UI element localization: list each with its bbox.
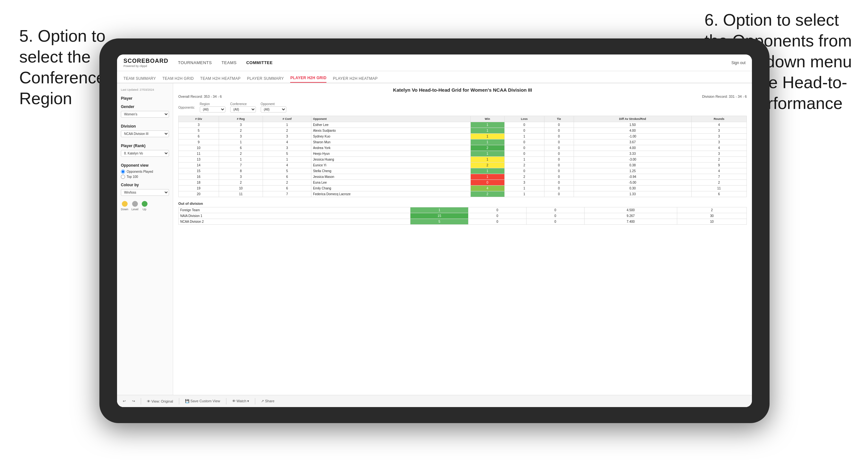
logo-sub: Powered by clippd xyxy=(123,64,168,68)
table-row: 20 11 7 Federica Domecq Lacroze 2 1 0 1.… xyxy=(179,191,747,197)
division-select[interactable]: NCAA Division III xyxy=(121,130,169,137)
cell-reg: 10 xyxy=(219,186,262,191)
sign-out[interactable]: Sign out xyxy=(732,61,745,65)
cell-conf: 6 xyxy=(263,186,311,191)
toolbar-undo[interactable]: ↩ xyxy=(121,398,128,404)
opponent-select[interactable]: (All) xyxy=(261,106,286,113)
cell-reg: 7 xyxy=(219,162,262,168)
th-tie: Tie xyxy=(544,116,574,122)
sub-nav-team-h2h-heatmap[interactable]: TEAM H2H HEATMAP xyxy=(200,74,241,83)
out-cell-loss: 0 xyxy=(468,207,527,213)
cell-rounds: 7 xyxy=(691,174,746,180)
out-cell-diff: 7.400 xyxy=(584,219,677,225)
cell-div: 10 xyxy=(179,145,219,151)
opponent-label: Opponent xyxy=(261,102,286,106)
cell-tie: 0 xyxy=(544,191,574,197)
cell-diff: 1.25 xyxy=(574,168,691,174)
cell-diff: 0.30 xyxy=(574,186,691,191)
main-content: Last Updated: 27/03/2024 Player Gender W… xyxy=(117,83,752,406)
table-row: 18 2 2 Euna Lee 0 3 0 -5.00 2 xyxy=(179,180,747,186)
cell-conf: 4 xyxy=(263,162,311,168)
tablet-screen: SCOREBOARD Powered by clippd TOURNAMENTS… xyxy=(117,55,752,407)
cell-reg: 6 xyxy=(219,145,262,151)
sub-nav-player-h2h-heatmap[interactable]: PLAYER H2H HEATMAP xyxy=(333,74,378,83)
cell-loss: 0 xyxy=(504,145,544,151)
sub-nav-team-h2h-grid[interactable]: TEAM H2H GRID xyxy=(162,74,194,83)
toolbar-view-original[interactable]: 👁 View: Original xyxy=(145,398,175,404)
th-reg: # Reg xyxy=(219,116,262,122)
cell-tie: 0 xyxy=(544,134,574,139)
nav-teams[interactable]: TEAMS xyxy=(222,59,237,67)
last-updated: Last Updated: 27/03/2024 xyxy=(121,88,169,91)
bottom-toolbar: ↩ ↪ 👁 View: Original 💾 Save Custom View … xyxy=(117,395,752,407)
cell-win: 0 xyxy=(470,180,504,186)
table-row: 3 3 1 Esther Lee 1 0 0 1.50 4 xyxy=(179,122,747,128)
table-row: 5 2 2 Alexis Sudjianto 1 0 0 4.00 3 xyxy=(179,128,747,134)
cell-opponent: Emily Chang xyxy=(311,186,470,191)
toolbar-share[interactable]: ↗ Share xyxy=(259,398,276,404)
filter-row: Opponents: Region (All) Conference (All) xyxy=(178,102,747,113)
tablet: SCOREBOARD Powered by clippd TOURNAMENTS… xyxy=(99,38,770,423)
out-cell-loss: 0 xyxy=(468,213,527,219)
cell-rounds: 2 xyxy=(691,180,746,186)
nav-tournaments[interactable]: TOURNAMENTS xyxy=(178,59,212,67)
radio-group: Opponents Played Top 100 xyxy=(121,169,169,179)
table-row: 6 3 3 Sydney Kuo 1 1 0 -1.00 3 xyxy=(179,134,747,139)
cell-loss: 2 xyxy=(504,174,544,180)
radio-opponents-played[interactable]: Opponents Played xyxy=(121,169,169,174)
cell-reg: 1 xyxy=(219,139,262,145)
colour-by-select[interactable]: Win/loss xyxy=(121,189,169,196)
out-table-row: Foreign Team 1 0 0 4.500 2 xyxy=(179,207,747,213)
table-row: 16 3 6 Jessica Mason 1 2 0 -0.94 7 xyxy=(179,174,747,180)
out-of-division-title: Out of division xyxy=(178,201,747,206)
cell-opponent: Federica Domecq Lacroze xyxy=(311,191,470,197)
cell-div: 13 xyxy=(179,157,219,162)
cell-opponent: Heejo Hyun xyxy=(311,151,470,157)
region-select[interactable]: (All) xyxy=(200,106,225,113)
color-dot-level xyxy=(132,201,138,207)
cell-loss: 0 xyxy=(504,168,544,174)
cell-rounds: 11 xyxy=(691,186,746,191)
cell-opponent: Eunice Yi xyxy=(311,162,470,168)
toolbar-sep1 xyxy=(141,398,141,405)
toolbar-save-custom[interactable]: 💾 Save Custom View xyxy=(183,398,222,404)
out-cell-rounds: 10 xyxy=(677,219,746,225)
division-record: Division Record: 331 - 34 - 6 xyxy=(702,95,747,98)
cell-rounds: 9 xyxy=(691,162,746,168)
toolbar-redo[interactable]: ↪ xyxy=(130,398,137,404)
nav-committee[interactable]: COMMITTEE xyxy=(246,59,273,67)
gender-label: Gender xyxy=(121,104,169,109)
opponents-filter-label: Opponents: xyxy=(178,106,195,109)
sub-nav-team-summary[interactable]: TEAM SUMMARY xyxy=(123,74,156,83)
out-table-row: NCAA Division 2 5 0 0 7.400 10 xyxy=(179,219,747,225)
sub-nav-player-h2h-grid[interactable]: PLAYER H2H GRID xyxy=(290,74,327,83)
division-label: Division xyxy=(121,124,169,128)
th-win: Win xyxy=(470,116,504,122)
cell-opponent: Euna Lee xyxy=(311,180,470,186)
cell-win: 2 xyxy=(470,145,504,151)
cell-conf: 5 xyxy=(263,151,311,157)
toolbar-sep2 xyxy=(179,398,179,405)
scoreboard-logo: SCOREBOARD Powered by clippd xyxy=(123,58,168,68)
cell-opponent: Andrea York xyxy=(311,145,470,151)
cell-win: 2 xyxy=(470,162,504,168)
page-title: Katelyn Vo Head-to-Head Grid for Women's… xyxy=(178,87,747,93)
out-cell-diff: 9.267 xyxy=(584,213,677,219)
toolbar-watch[interactable]: 👁 Watch ▾ xyxy=(230,398,251,404)
gender-select[interactable]: Women's xyxy=(121,111,169,118)
cell-rounds: 2 xyxy=(691,157,746,162)
radio-top-100[interactable]: Top 100 xyxy=(121,175,169,179)
cell-diff: -5.00 xyxy=(574,180,691,186)
cell-opponent: Alexis Sudjianto xyxy=(311,128,470,134)
conference-select[interactable]: (All) xyxy=(230,106,256,113)
cell-tie: 0 xyxy=(544,139,574,145)
cell-win: 1 xyxy=(470,122,504,128)
cell-loss: 0 xyxy=(504,128,544,134)
player-rank-select[interactable]: 8. Katelyn Vo xyxy=(121,150,169,157)
color-label-level: Level xyxy=(131,208,138,211)
nav-items: TOURNAMENTS TEAMS COMMITTEE xyxy=(178,59,732,67)
sub-nav-player-summary[interactable]: PLAYER SUMMARY xyxy=(247,74,284,83)
cell-div: 9 xyxy=(179,139,219,145)
opponent-filter-group: Opponent (All) xyxy=(261,102,286,113)
cell-diff: -3.00 xyxy=(574,157,691,162)
